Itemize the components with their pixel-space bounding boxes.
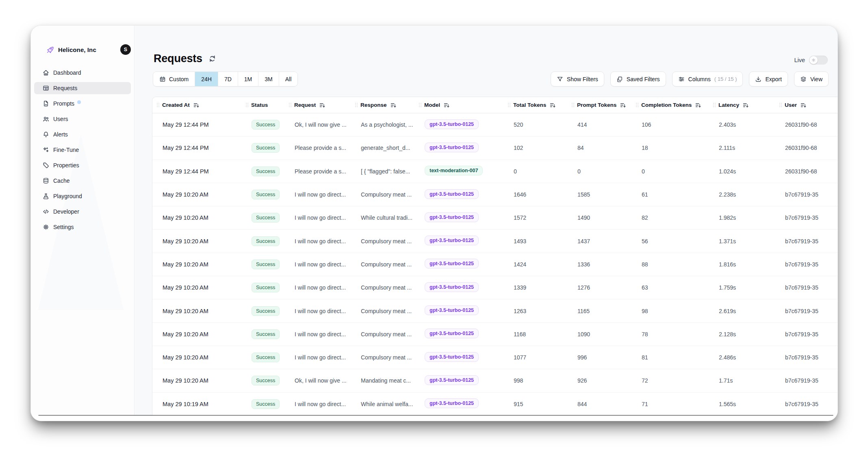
cell-completion-tokens: 81 [642, 354, 719, 361]
cell-total-tokens: 1077 [514, 354, 577, 361]
sort-icon[interactable] [550, 102, 556, 108]
sidebar-item-users[interactable]: Users [34, 113, 131, 125]
columns-button[interactable]: Columns ( 15 / 15 ) [672, 71, 743, 87]
sort-icon[interactable] [391, 102, 397, 108]
column-header-prompt-tokens[interactable]: Prompt Tokens [577, 102, 642, 108]
column-header-created-at[interactable]: Created At [163, 102, 252, 108]
cell-request: I will now go direct... [295, 401, 361, 407]
cell-prompt-tokens: 1276 [577, 284, 642, 291]
time-all-button[interactable]: All [279, 72, 298, 86]
refresh-icon[interactable] [208, 55, 216, 63]
drag-handle-icon[interactable] [245, 102, 249, 108]
sidebar-item-properties[interactable]: Properties [34, 159, 131, 171]
drag-handle-icon[interactable] [508, 102, 511, 108]
sidebar-item-fine-tune[interactable]: Fine-Tune [34, 144, 131, 156]
sort-icon[interactable] [444, 102, 450, 108]
cell-user: 26031f90-68 [785, 168, 838, 175]
helicone-rocket-icon [46, 46, 54, 54]
table-row[interactable]: May 29 10:20 AM Success I will now go di… [152, 299, 838, 322]
model-badge: gpt-3.5-turbo-0125 [425, 119, 479, 129]
code-icon [43, 208, 50, 215]
cell-prompt-tokens: 1490 [577, 214, 642, 221]
view-button[interactable]: View [794, 71, 829, 87]
time-3m-button[interactable]: 3M [258, 72, 279, 86]
sort-icon[interactable] [620, 102, 626, 108]
table-row[interactable]: May 29 10:20 AM Success I will now go di… [152, 323, 838, 346]
cell-completion-tokens: 72 [642, 377, 719, 384]
table-row[interactable]: May 29 10:20 AM Success Ok, I will now g… [152, 369, 838, 392]
column-header-user[interactable]: User [785, 102, 838, 108]
table-row[interactable]: May 29 10:20 AM Success I will now go di… [152, 346, 838, 369]
table-row[interactable]: May 29 10:20 AM Success I will now go di… [152, 206, 838, 229]
sort-icon[interactable] [319, 102, 326, 108]
cell-completion-tokens: 106 [642, 121, 719, 128]
time-24h-button[interactable]: 24H [195, 72, 218, 86]
sidebar-item-settings[interactable]: Settings [34, 221, 131, 233]
drag-handle-icon[interactable] [779, 102, 782, 108]
column-header-request[interactable]: Request [295, 102, 361, 108]
drag-handle-icon[interactable] [289, 102, 292, 108]
cell-prompt-tokens: 1165 [577, 308, 642, 314]
saved-filters-button[interactable]: Saved Filters [610, 71, 666, 87]
show-filters-button[interactable]: Show Filters [551, 71, 604, 87]
sidebar-item-playground[interactable]: Playground [34, 190, 131, 202]
export-button[interactable]: Export [749, 71, 788, 87]
drag-handle-icon[interactable] [571, 102, 575, 108]
sidebar-item-developer[interactable]: Developer [34, 206, 131, 218]
table-row[interactable]: May 29 10:19 AM Success I will now go di… [152, 393, 838, 416]
column-header-response[interactable]: Response [361, 102, 425, 108]
cell-completion-tokens: 61 [642, 191, 719, 198]
sidebar-item-prompts[interactable]: Prompts [34, 97, 131, 110]
time-1m-button[interactable]: 1M [238, 72, 258, 86]
column-header-latency[interactable]: Latency [719, 102, 785, 108]
table-row[interactable]: May 29 10:20 AM Success I will now go di… [152, 229, 838, 253]
sidebar-item-requests[interactable]: Requests [34, 82, 131, 94]
sidebar-item-cache[interactable]: Cache [34, 175, 131, 187]
cell-response: While animal welfa... [361, 401, 425, 407]
sort-icon[interactable] [743, 102, 749, 108]
column-header-completion-tokens[interactable]: Completion Tokens [642, 102, 719, 108]
download-icon [755, 76, 762, 82]
sidebar-item-alerts[interactable]: Alerts [34, 128, 131, 141]
cell-request: Ok, I will now give ... [295, 121, 361, 128]
footer-strip [31, 415, 838, 421]
cell-prompt-tokens: 1437 [577, 238, 642, 244]
table-row[interactable]: May 29 12:44 PM Success Ok, I will now g… [152, 113, 838, 136]
cell-latency: 1.024s [719, 168, 785, 175]
document-icon [43, 100, 50, 107]
cell-total-tokens: 1424 [514, 261, 577, 268]
status-badge: Success [252, 329, 280, 339]
sort-icon[interactable] [695, 102, 701, 108]
org-header[interactable]: Helicone, Inc S [31, 43, 134, 56]
column-header-total-tokens[interactable]: Total Tokens [514, 102, 577, 108]
cell-completion-tokens: 71 [642, 401, 719, 407]
prompts-new-badge [77, 100, 81, 104]
time-custom-button[interactable]: Custom [153, 72, 195, 86]
drag-handle-icon[interactable] [156, 102, 160, 108]
cell-status: Success [252, 399, 295, 409]
table-row[interactable]: May 29 10:20 AM Success I will now go di… [152, 276, 838, 299]
live-toggle[interactable] [809, 56, 828, 65]
column-header-model[interactable]: Model [425, 102, 514, 108]
avatar[interactable]: S [120, 44, 131, 55]
cell-response: [ { "flagged": false... [361, 168, 425, 175]
cell-created-at: May 29 10:20 AM [163, 354, 252, 361]
table-row[interactable]: May 29 12:44 PM Success Please provide a… [152, 160, 838, 183]
table-row[interactable]: May 29 12:44 PM Success Please provide a… [152, 136, 838, 160]
table-row[interactable]: May 29 10:20 AM Success I will now go di… [152, 183, 838, 206]
status-badge: Success [252, 167, 280, 176]
live-toggle-knob [809, 56, 818, 64]
drag-handle-icon[interactable] [713, 102, 716, 108]
sort-icon[interactable] [801, 102, 807, 108]
drag-handle-icon[interactable] [636, 102, 639, 108]
cell-completion-tokens: 98 [642, 308, 719, 314]
sort-icon[interactable] [193, 102, 200, 108]
cell-model: gpt-3.5-turbo-0125 [425, 212, 514, 223]
model-badge: gpt-3.5-turbo-0125 [425, 352, 479, 362]
drag-handle-icon[interactable] [355, 102, 358, 108]
columns-count: ( 15 / 15 ) [714, 76, 737, 82]
table-row[interactable]: May 29 10:20 AM Success I will now go di… [152, 253, 838, 276]
time-7d-button[interactable]: 7D [218, 72, 238, 86]
drag-handle-icon[interactable] [419, 102, 422, 108]
sidebar-item-dashboard[interactable]: Dashboard [34, 67, 131, 79]
